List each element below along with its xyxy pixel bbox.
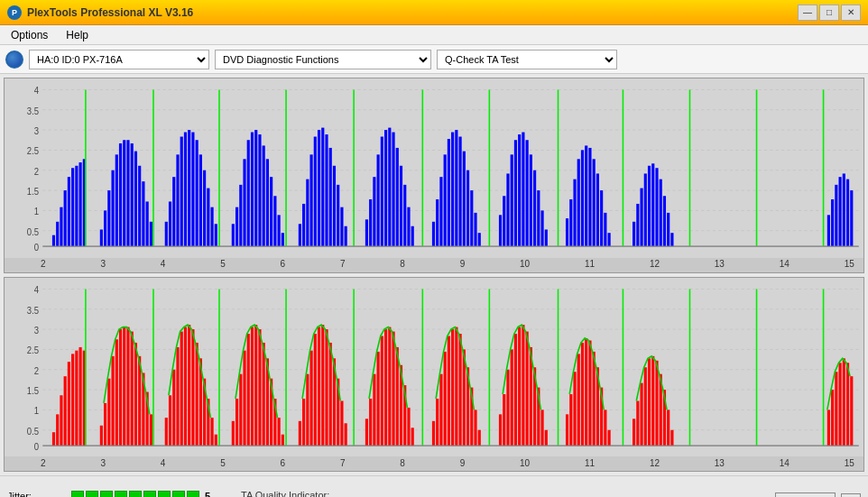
svg-rect-99 — [407, 207, 410, 246]
svg-rect-124 — [530, 154, 532, 246]
svg-rect-25 — [75, 166, 78, 246]
x2-label-5: 5 — [220, 458, 226, 468]
svg-rect-92 — [381, 137, 383, 247]
svg-rect-305 — [604, 410, 606, 446]
maximize-button[interactable]: □ — [819, 5, 839, 21]
svg-rect-46 — [172, 177, 175, 246]
svg-rect-29 — [100, 229, 103, 246]
x2-label-13: 13 — [715, 458, 725, 468]
svg-rect-26 — [79, 162, 82, 246]
svg-rect-250 — [340, 400, 343, 446]
svg-rect-112 — [470, 190, 473, 246]
svg-rect-187 — [64, 376, 67, 446]
svg-rect-254 — [369, 398, 372, 445]
svg-rect-225 — [235, 398, 238, 445]
svg-rect-139 — [600, 190, 603, 246]
svg-rect-244 — [318, 327, 320, 446]
svg-rect-122 — [522, 133, 524, 247]
svg-rect-106 — [448, 139, 450, 246]
svg-rect-327 — [846, 363, 849, 446]
svg-rect-158 — [831, 199, 834, 246]
svg-rect-283 — [506, 369, 509, 445]
svg-rect-239 — [299, 420, 301, 445]
svg-rect-226 — [239, 373, 242, 445]
svg-rect-188 — [68, 362, 70, 446]
svg-rect-216 — [191, 329, 194, 446]
svg-rect-109 — [459, 137, 462, 247]
svg-rect-37 — [131, 143, 134, 246]
svg-rect-74 — [299, 224, 301, 246]
x-label-14: 14 — [780, 259, 790, 269]
test-select[interactable]: Q-Check TA Test — [437, 50, 617, 69]
svg-rect-302 — [593, 351, 596, 445]
svg-rect-95 — [392, 133, 394, 247]
svg-rect-213 — [180, 331, 183, 446]
x-label-3: 3 — [100, 259, 106, 269]
svg-rect-39 — [138, 166, 141, 246]
info-button[interactable]: i — [841, 493, 861, 498]
function-select[interactable]: DVD Diagnostic Functions — [215, 50, 431, 69]
svg-rect-247 — [329, 342, 332, 445]
svg-rect-243 — [314, 334, 317, 446]
svg-rect-21 — [60, 207, 62, 246]
svg-rect-137 — [593, 159, 596, 246]
svg-rect-85 — [340, 207, 343, 246]
svg-rect-136 — [588, 148, 591, 246]
svg-rect-185 — [56, 414, 59, 446]
start-button[interactable]: Start — [775, 492, 836, 498]
svg-rect-51 — [191, 133, 194, 247]
x-label-2: 2 — [41, 259, 46, 269]
svg-rect-251 — [345, 423, 347, 446]
svg-rect-297 — [573, 372, 576, 446]
svg-rect-84 — [337, 185, 339, 246]
jitter-label: Jitter: — [7, 491, 66, 498]
svg-rect-217 — [196, 342, 199, 445]
chart-bottom-xaxis: 2 3 4 5 6 7 8 9 10 11 12 13 14 15 — [5, 456, 863, 471]
svg-rect-64 — [251, 133, 254, 247]
svg-rect-62 — [243, 159, 245, 246]
svg-rect-326 — [843, 358, 845, 446]
jitter-bar-9 — [187, 491, 199, 498]
svg-rect-152 — [667, 213, 669, 246]
svg-rect-54 — [203, 170, 206, 246]
svg-rect-148 — [651, 163, 654, 246]
svg-rect-120 — [514, 140, 517, 246]
x2-label-15: 15 — [845, 458, 854, 468]
svg-rect-160 — [838, 177, 841, 246]
jitter-bar-7 — [158, 491, 171, 498]
svg-rect-279 — [478, 429, 481, 445]
menu-help[interactable]: Help — [59, 27, 96, 43]
svg-rect-273 — [455, 327, 457, 446]
svg-rect-72 — [282, 233, 284, 246]
svg-rect-161 — [843, 173, 845, 246]
minimize-button[interactable]: — — [798, 5, 817, 21]
svg-rect-67 — [263, 145, 265, 246]
svg-rect-61 — [239, 185, 242, 246]
svg-rect-282 — [503, 394, 505, 446]
svg-rect-41 — [146, 201, 149, 246]
svg-rect-24 — [71, 168, 74, 246]
svg-rect-56 — [210, 207, 213, 246]
x2-label-14: 14 — [780, 458, 790, 468]
metrics-right: Start i — [775, 492, 861, 498]
menu-options[interactable]: Options — [4, 27, 55, 43]
ta-quality-label: TA Quality Indicator: — [241, 490, 329, 497]
svg-rect-325 — [838, 363, 841, 446]
svg-rect-88 — [365, 219, 368, 246]
svg-rect-40 — [142, 181, 144, 246]
svg-rect-78 — [314, 137, 317, 247]
svg-rect-23 — [68, 177, 70, 246]
svg-rect-81 — [325, 134, 328, 246]
svg-rect-151 — [663, 196, 666, 246]
main-content: 4 3.5 3 2.5 2 1.5 1 0.5 0 — [0, 74, 868, 475]
svg-rect-308 — [633, 419, 635, 446]
close-button[interactable]: ✕ — [841, 5, 861, 21]
titlebar: P PlexTools Professional XL V3.16 — □ ✕ — [0, 0, 868, 25]
drive-select[interactable]: HA:0 ID:0 PX-716A — [29, 50, 209, 69]
svg-rect-298 — [577, 354, 580, 446]
svg-rect-50 — [188, 130, 190, 246]
chart-top-xaxis: 2 3 4 5 6 7 8 9 10 11 12 13 14 15 — [5, 258, 863, 272]
chart-top-svg: 4 3.5 3 2.5 2 1.5 1 0.5 0 — [5, 78, 863, 258]
svg-text:1: 1 — [34, 207, 40, 217]
svg-rect-199 — [119, 329, 122, 446]
